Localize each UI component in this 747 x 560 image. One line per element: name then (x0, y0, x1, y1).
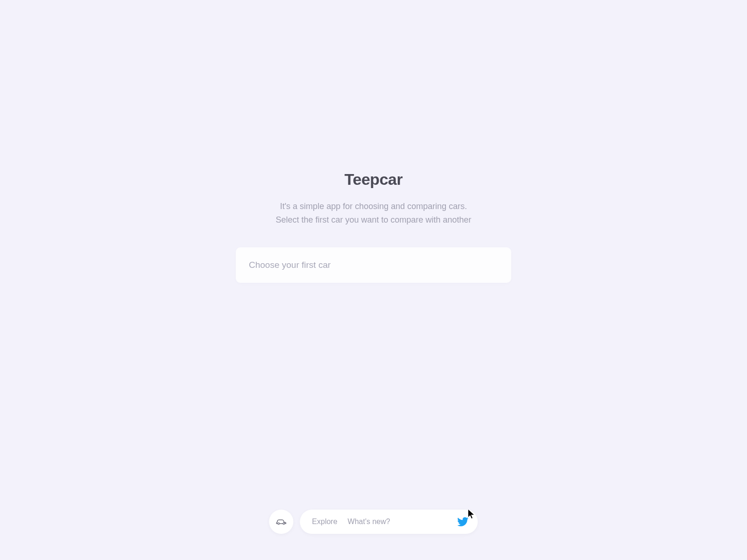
svg-point-1 (283, 523, 285, 525)
main-content: Teepcar It's a simple app for choosing a… (0, 170, 747, 283)
subtitle-line-1: It's a simple app for choosing and compa… (275, 200, 471, 213)
whats-new-link[interactable]: What's new? (348, 518, 390, 526)
car-input-container (236, 247, 511, 283)
nav-pill: Explore What's new? (300, 510, 478, 534)
twitter-icon[interactable] (458, 516, 469, 527)
explore-link[interactable]: Explore (312, 518, 337, 526)
car-selection-input[interactable] (236, 247, 511, 283)
bottom-navigation: Explore What's new? (269, 510, 478, 534)
svg-point-0 (278, 523, 280, 525)
page-subtitle: It's a simple app for choosing and compa… (275, 200, 471, 227)
car-icon (275, 518, 287, 525)
subtitle-line-2: Select the first car you want to compare… (275, 213, 471, 227)
page-title: Teepcar (345, 170, 402, 189)
logo-button[interactable] (269, 510, 293, 534)
